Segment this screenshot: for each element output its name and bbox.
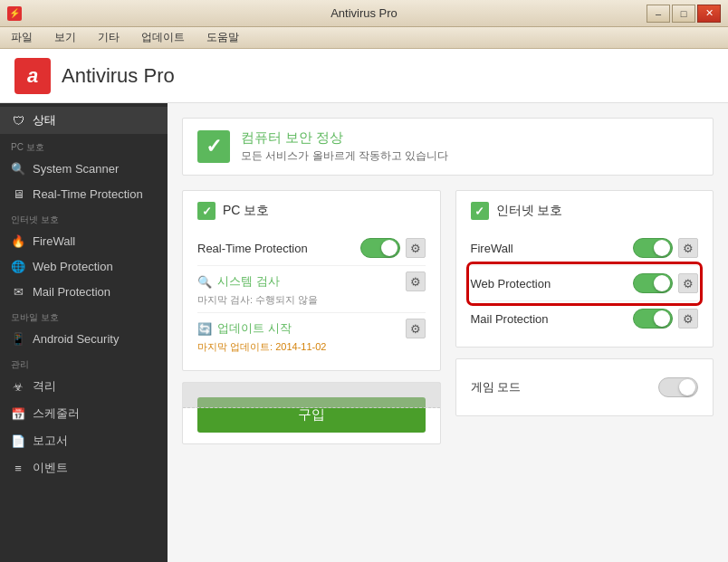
realtime-row: Real-Time Protection ⚙ — [197, 231, 426, 266]
menu-file[interactable]: 파일 — [7, 28, 36, 47]
internet-section-header: 인터넷 보호 — [471, 202, 699, 220]
sidebar-label-firewall: FireWall — [33, 234, 75, 248]
sidebar-item-scanner[interactable]: 🔍 System Scanner — [0, 156, 168, 181]
sidebar-item-android[interactable]: 📱 Android Security — [0, 326, 168, 351]
scanner-gear[interactable]: ⚙ — [406, 271, 426, 291]
realtime-gear[interactable]: ⚙ — [406, 238, 426, 258]
pc-section-card: PC 보호 Real-Time Protection ⚙ — [182, 190, 441, 371]
app-title: Antivirus Pro — [62, 64, 175, 88]
sidebar-item-status[interactable]: 🛡 상태 — [0, 107, 168, 134]
title-bar: Antivirus Pro – □ ✕ — [0, 0, 728, 27]
app-icon — [7, 6, 22, 21]
scanner-sub: 마지막 검사: 수행되지 않을 — [197, 293, 426, 307]
internet-check-icon — [471, 202, 489, 220]
game-mode-label: 게임 모드 — [471, 379, 522, 395]
sidebar-item-scheduler[interactable]: 📅 스케줄러 — [0, 400, 168, 427]
report-icon: 📄 — [11, 433, 25, 448]
realtime-toggle[interactable] — [360, 238, 400, 258]
app-header: a Antivirus Pro — [0, 49, 728, 103]
sidebar: 🛡 상태 PC 보호 🔍 System Scanner 🖥 Real-Time … — [0, 103, 168, 562]
menu-bar: 파일 보기 기타 업데이트 도움말 — [0, 27, 728, 49]
close-button[interactable]: ✕ — [697, 5, 721, 23]
menu-view[interactable]: 보기 — [51, 28, 80, 47]
status-text: 컴퓨터 보안 정상 모든 서비스가 올바르게 작동하고 있습니다 — [241, 129, 448, 164]
sidebar-label-scanner: System Scanner — [33, 162, 119, 176]
firewall-icon: 🔥 — [11, 233, 25, 248]
scheduler-icon: 📅 — [11, 406, 25, 421]
main-layout: 🛡 상태 PC 보호 🔍 System Scanner 🖥 Real-Time … — [0, 103, 728, 562]
sidebar-item-web[interactable]: 🌐 Web Protection — [0, 253, 168, 279]
app-logo: a — [14, 58, 51, 94]
web-protection-label: Web Protection — [471, 277, 551, 291]
game-mode-row: 게임 모드 — [471, 370, 699, 405]
scanner-sub-value: 수행되지 않을 — [255, 294, 318, 305]
minimize-button[interactable]: – — [647, 5, 670, 23]
internet-section-title: 인터넷 보호 — [496, 203, 563, 219]
status-title: 컴퓨터 보안 정상 — [241, 129, 448, 147]
sidebar-item-report[interactable]: 📄 보고서 — [0, 427, 168, 454]
sidebar-section-internet: 인터넷 보호 — [0, 206, 168, 228]
update-icon: 🔄 — [197, 322, 212, 336]
sidebar-label-report: 보고서 — [33, 433, 68, 449]
status-banner: 컴퓨터 보안 정상 모든 서비스가 올바르게 작동하고 있습니다 — [182, 118, 714, 176]
pc-section-header: PC 보호 — [197, 202, 426, 220]
shield-icon: 🛡 — [11, 113, 25, 128]
update-label: 업데이트 시작 — [217, 320, 292, 337]
window-controls: – □ ✕ — [647, 5, 721, 23]
firewall-toggle[interactable] — [633, 238, 673, 258]
mail-protection-label: Mail Protection — [471, 312, 549, 326]
mail-protection-row: Mail Protection ⚙ — [471, 301, 699, 336]
sidebar-section-pc: PC 보호 — [0, 134, 168, 156]
android-icon: 📱 — [11, 331, 25, 346]
two-col-layout: PC 보호 Real-Time Protection ⚙ — [182, 190, 714, 452]
internet-column: 인터넷 보호 FireWall ⚙ Web Protect — [455, 190, 714, 452]
sidebar-label-status: 상태 — [33, 112, 56, 129]
content-area: 컴퓨터 보안 정상 모든 서비스가 올바르게 작동하고 있습니다 PC 보호 — [168, 103, 728, 562]
scanner-title[interactable]: 🔍 시스템 검사 — [197, 273, 280, 290]
menu-help[interactable]: 도움말 — [203, 28, 243, 47]
realtime-controls: ⚙ — [360, 238, 426, 258]
search-icon: 🔍 — [11, 161, 25, 176]
firewall-gear[interactable]: ⚙ — [678, 238, 698, 258]
update-gear[interactable]: ⚙ — [406, 319, 426, 338]
pc-check-icon — [197, 202, 216, 220]
sidebar-item-quarantine[interactable]: ☣ 격리 — [0, 373, 168, 400]
update-row: 🔄 업데이트 시작 ⚙ 마지막 업데이트: 2014-11-02 — [197, 313, 426, 359]
web-protection-toggle[interactable] — [633, 273, 673, 293]
search-icon-small: 🔍 — [197, 275, 212, 289]
update-sub-label: 마지막 업데이트: — [197, 341, 273, 352]
sidebar-item-realtime[interactable]: 🖥 Real-Time Protection — [0, 181, 168, 206]
mail-protection-controls: ⚙ — [633, 309, 698, 329]
firewall-controls: ⚙ — [633, 238, 698, 258]
update-sub: 마지막 업데이트: 2014-11-02 — [197, 340, 426, 354]
game-mode-card: 게임 모드 — [455, 358, 714, 416]
realtime-label: Real-Time Protection — [197, 242, 308, 255]
app-container: a Antivirus Pro 🛡 상태 PC 보호 🔍 System Scan… — [0, 49, 728, 562]
buy-section: 구입 — [182, 382, 441, 444]
web-protection-gear[interactable]: ⚙ — [678, 273, 698, 293]
maximize-button[interactable]: □ — [672, 5, 695, 23]
game-mode-toggle[interactable] — [658, 377, 698, 397]
scanner-sub-label: 마지막 검사: — [197, 294, 253, 305]
mail-protection-toggle[interactable] — [633, 309, 673, 329]
mail-icon: ✉ — [11, 284, 25, 299]
scanner-label: 시스템 검사 — [217, 273, 280, 290]
sidebar-label-android: Android Security — [33, 332, 119, 346]
status-subtitle: 모든 서비스가 올바르게 작동하고 있습니다 — [241, 148, 448, 164]
sidebar-item-events[interactable]: ≡ 이벤트 — [0, 454, 168, 481]
sidebar-section-management: 관리 — [0, 351, 168, 373]
sidebar-label-scheduler: 스케줄러 — [33, 405, 80, 422]
sidebar-item-firewall[interactable]: 🔥 FireWall — [0, 228, 168, 253]
sidebar-item-mail[interactable]: ✉ Mail Protection — [0, 279, 168, 304]
scanner-row: 🔍 시스템 검사 ⚙ 마지막 검사: 수행되지 않을 — [197, 266, 426, 313]
mail-protection-gear[interactable]: ⚙ — [678, 309, 698, 329]
sidebar-label-events: 이벤트 — [33, 460, 68, 476]
menu-other[interactable]: 기타 — [94, 28, 123, 47]
sidebar-label-mail: Mail Protection — [33, 285, 110, 299]
firewall-row: FireWall ⚙ — [471, 231, 699, 266]
update-title[interactable]: 🔄 업데이트 시작 — [197, 320, 292, 337]
update-row-top: 🔄 업데이트 시작 ⚙ — [197, 319, 426, 338]
update-sub-value: 2014-11-02 — [275, 341, 326, 352]
menu-update[interactable]: 업데이트 — [138, 28, 188, 47]
pc-column: PC 보호 Real-Time Protection ⚙ — [182, 190, 441, 452]
